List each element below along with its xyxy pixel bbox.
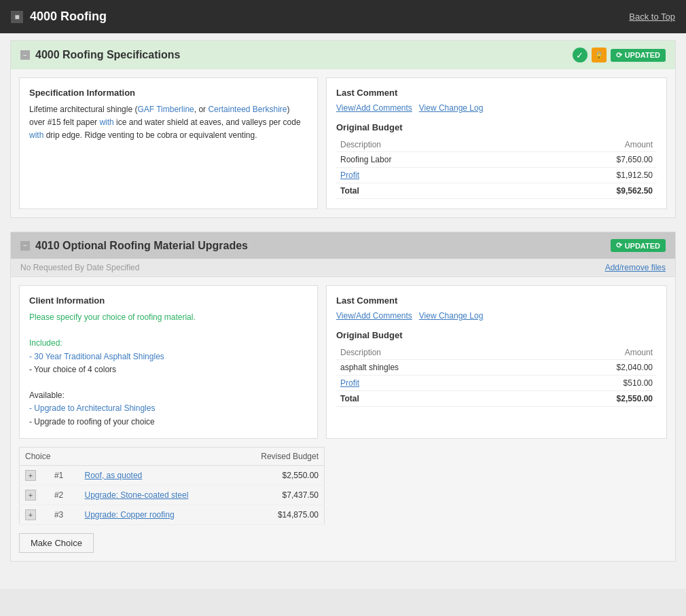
with2-link: with bbox=[29, 130, 43, 140]
choice-expand-icon-2[interactable]: + bbox=[25, 490, 36, 501]
subsection1-comment-title: Last Comment bbox=[336, 88, 657, 98]
choice-expand-icon-3[interactable]: + bbox=[25, 509, 36, 520]
updated-label-2: UPDATED bbox=[625, 242, 660, 250]
table-row: Profit $1,912.50 bbox=[336, 168, 657, 183]
choice-num-3: #3 bbox=[49, 505, 79, 524]
view-change-log-link-2[interactable]: View Change Log bbox=[419, 311, 484, 321]
subsection1-header: − 4000 Roofing Specifications ✓ 🔒 ⟳ UPDA… bbox=[11, 41, 675, 69]
choice-expand-1[interactable]: + bbox=[20, 465, 49, 485]
updated-badge-2: ⟳ UPDATED bbox=[611, 239, 666, 252]
budget-col-desc-1: Description bbox=[336, 138, 520, 152]
lock-badge: 🔒 bbox=[592, 48, 607, 62]
add-remove-files-link[interactable]: Add/remove files bbox=[605, 263, 666, 272]
choice-num-1: #1 bbox=[49, 465, 79, 485]
collapse-icon-1[interactable]: − bbox=[20, 50, 30, 60]
choice-link-1[interactable]: Roof, as quoted bbox=[85, 471, 143, 480]
included-label: Included: bbox=[29, 338, 62, 348]
asphalt-shingles-link[interactable]: - 30 Year Traditional Asphalt Shingles bbox=[29, 352, 164, 361]
subsection2-budget-title: Original Budget bbox=[336, 330, 657, 340]
upgrade-arch-link[interactable]: - Upgrade to Architectural Shingles bbox=[29, 403, 155, 413]
revised-budget-col-header: Revised Budget bbox=[232, 447, 324, 465]
subsection2-info-title: Client Information bbox=[29, 295, 308, 306]
section-header: ■ 4000 Roofing Back to Top bbox=[0, 0, 686, 33]
subsection2-info-panel: Client Information Please specify your c… bbox=[19, 285, 318, 439]
budget-total-label-2: Total bbox=[336, 391, 528, 407]
choice-label-2: Upgrade: Stone-coated steel bbox=[79, 485, 233, 505]
choice-expand-icon-1[interactable]: + bbox=[25, 470, 36, 481]
refresh-icon: ⟳ bbox=[616, 51, 622, 60]
subsection2-info-text: Please specify your choice of roofing ma… bbox=[29, 311, 308, 429]
budget-desc-asphalt: asphalt shingles bbox=[336, 360, 528, 376]
with-link: with bbox=[99, 117, 113, 127]
subsection2-comment-panel: Last Comment View/Add Comments View Chan… bbox=[326, 285, 667, 439]
budget-total-amount-2: $2,550.00 bbox=[528, 391, 657, 407]
subsection2-badges: ⟳ UPDATED bbox=[611, 239, 666, 252]
budget-desc-roofing-labor: Roofing Labor bbox=[336, 152, 520, 168]
upgrade-choice-text: - Upgrade to roofing of your choice bbox=[29, 417, 155, 427]
collapse-icon-2[interactable]: − bbox=[20, 241, 30, 251]
check-badge: ✓ bbox=[573, 48, 588, 62]
hash-icon: ■ bbox=[11, 11, 23, 23]
view-add-comments-link-2[interactable]: View/Add Comments bbox=[336, 311, 412, 321]
view-add-comments-link-1[interactable]: View/Add Comments bbox=[336, 103, 412, 113]
choice-link-3[interactable]: Upgrade: Copper roofing bbox=[85, 510, 175, 520]
budget-desc-profit-1: Profit bbox=[336, 168, 520, 183]
subsection1-budget-title: Original Budget bbox=[336, 122, 657, 132]
choices-table: Choice Revised Budget + #1 Roof, as quot… bbox=[19, 447, 325, 525]
subsection2-header: − 4010 Optional Roofing Material Upgrade… bbox=[11, 232, 675, 259]
choice-amount-1: $2,550.00 bbox=[232, 465, 324, 485]
budget-amount-profit-2: $510.00 bbox=[528, 376, 657, 391]
subsection1-budget-table: Description Amount Roofing Labor $7,650.… bbox=[336, 138, 657, 199]
refresh-icon-2: ⟳ bbox=[616, 241, 622, 250]
subsection1-title: 4000 Roofing Specifications bbox=[35, 49, 180, 61]
budget-amount-asphalt: $2,040.00 bbox=[528, 360, 657, 376]
subsection1-badges: ✓ 🔒 ⟳ UPDATED bbox=[573, 48, 666, 62]
subsection1-info-panel: Specification Information Lifetime archi… bbox=[19, 77, 318, 209]
gaf-timberline-link[interactable]: GAF Timberline bbox=[137, 105, 194, 114]
certainteed-link[interactable]: Certainteed Berkshire bbox=[208, 105, 287, 114]
choices-section: Choice Revised Budget + #1 Roof, as quot… bbox=[11, 447, 675, 533]
subsection1-info-title: Specification Information bbox=[29, 88, 308, 98]
profit-link-1[interactable]: Profit bbox=[340, 170, 359, 180]
subsection-roofing-specs: − 4000 Roofing Specifications ✓ 🔒 ⟳ UPDA… bbox=[10, 40, 676, 218]
make-choice-button[interactable]: Make Choice bbox=[19, 533, 94, 553]
table-row: Profit $510.00 bbox=[336, 376, 657, 391]
table-row: + #3 Upgrade: Copper roofing $14,875.00 bbox=[20, 505, 325, 524]
updated-badge: ⟳ UPDATED bbox=[611, 49, 666, 62]
back-to-top-link[interactable]: Back to Top bbox=[629, 12, 675, 22]
budget-col-amount-1: Amount bbox=[520, 138, 657, 152]
subsection2-budget-table: Description Amount asphalt shingles $2,0… bbox=[336, 346, 657, 407]
choice-link-2[interactable]: Upgrade: Stone-coated steel bbox=[85, 490, 189, 500]
updated-label: UPDATED bbox=[625, 51, 660, 59]
subsection2-title: 4010 Optional Roofing Material Upgrades bbox=[35, 240, 248, 252]
budget-amount-roofing-labor: $7,650.00 bbox=[520, 152, 657, 168]
subsection2-body: Client Information Please specify your c… bbox=[11, 277, 675, 447]
choice-expand-2[interactable]: + bbox=[20, 485, 49, 505]
subsection2-comment-links: View/Add Comments View Change Log bbox=[336, 311, 657, 321]
budget-col-amount-2: Amount bbox=[528, 346, 657, 360]
table-row: + #2 Upgrade: Stone-coated steel $7,437.… bbox=[20, 485, 325, 505]
choice-num-2: #2 bbox=[49, 485, 79, 505]
budget-total-row-2: Total $2,550.00 bbox=[336, 391, 657, 407]
profit-link-2[interactable]: Profit bbox=[340, 378, 359, 388]
table-row: asphalt shingles $2,040.00 bbox=[336, 360, 657, 376]
section-title-text: 4000 Roofing bbox=[30, 10, 107, 24]
choice-expand-3[interactable]: + bbox=[20, 505, 49, 524]
choice-amount-3: $14,875.00 bbox=[232, 505, 324, 524]
subsection1-info-text: Lifetime architectural shingle (GAF Timb… bbox=[29, 103, 308, 143]
specify-choice-text: Please specify your choice of roofing ma… bbox=[29, 312, 196, 322]
subsection2-meta: No Requested By Date Specified Add/remov… bbox=[11, 259, 675, 277]
choice-col-header: Choice bbox=[20, 447, 233, 465]
budget-amount-profit-1: $1,912.50 bbox=[520, 168, 657, 183]
subsection1-comment-links: View/Add Comments View Change Log bbox=[336, 103, 657, 113]
budget-total-row-1: Total $9,562.50 bbox=[336, 183, 657, 199]
choice-label-1: Roof, as quoted bbox=[79, 465, 233, 485]
table-row: Roofing Labor $7,650.00 bbox=[336, 152, 657, 168]
section-title: ■ 4000 Roofing bbox=[11, 10, 107, 24]
subsection2-comment-title: Last Comment bbox=[336, 295, 657, 306]
choice-label-3: Upgrade: Copper roofing bbox=[79, 505, 233, 524]
budget-col-desc-2: Description bbox=[336, 346, 528, 360]
subsection-optional-upgrades: − 4010 Optional Roofing Material Upgrade… bbox=[10, 232, 676, 562]
budget-desc-profit-2: Profit bbox=[336, 376, 528, 391]
view-change-log-link-1[interactable]: View Change Log bbox=[419, 103, 484, 113]
